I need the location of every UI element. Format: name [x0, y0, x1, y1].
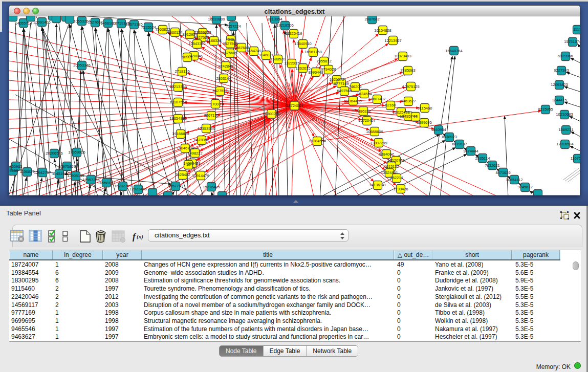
svg-text:12975125: 12975125	[402, 84, 419, 89]
svg-text:8660124: 8660124	[167, 30, 182, 35]
svg-text:8427552: 8427552	[212, 89, 227, 93]
svg-text:44: 44	[413, 114, 418, 119]
svg-text:1588520: 1588520	[270, 57, 285, 61]
svg-text:16033809: 16033809	[208, 17, 225, 21]
svg-text:8678352: 8678352	[194, 138, 209, 142]
svg-text:6899695: 6899695	[417, 120, 431, 125]
svg-text:20053346: 20053346	[73, 63, 90, 68]
svg-text:8471626: 8471626	[495, 170, 510, 175]
svg-text:19046788: 19046788	[177, 146, 193, 150]
svg-text:(x): (x)	[137, 233, 143, 240]
svg-text:17016504: 17016504	[556, 142, 573, 146]
svg-text:9227343: 9227343	[554, 68, 569, 73]
svg-text:10688609: 10688609	[366, 129, 383, 134]
svg-text:10107554: 10107554	[169, 100, 186, 104]
svg-text:39159: 39159	[8, 168, 18, 173]
svg-text:9115460: 9115460	[418, 106, 432, 111]
svg-text:10914479: 10914479	[192, 173, 209, 178]
svg-text:10973493: 10973493	[394, 54, 411, 58]
svg-text:16120746: 16120746	[387, 158, 404, 163]
svg-text:13640910: 13640910	[294, 41, 311, 46]
svg-text:12923446: 12923446	[129, 187, 146, 191]
svg-text:17957255: 17957255	[82, 178, 99, 182]
svg-text:16782759: 16782759	[114, 184, 131, 188]
svg-text:2935114: 2935114	[475, 156, 490, 161]
svg-text:15751074: 15751074	[564, 39, 581, 44]
svg-text:16961758: 16961758	[304, 50, 321, 54]
svg-text:12905135: 12905135	[67, 173, 84, 178]
svg-text:455961: 455961	[9, 164, 22, 169]
svg-text:9474444: 9474444	[463, 149, 478, 154]
svg-text:6497568: 6497568	[337, 89, 352, 93]
svg-text:19654912: 19654912	[169, 116, 186, 121]
svg-text:9463627: 9463627	[401, 99, 416, 103]
svg-text:62160: 62160	[385, 103, 396, 107]
svg-text:8267150: 8267150	[204, 113, 219, 118]
svg-text:7515524: 7515524	[141, 25, 156, 30]
svg-text:9794028: 9794028	[321, 67, 336, 72]
svg-text:20364436: 20364436	[344, 99, 361, 103]
svg-text:13807299: 13807299	[370, 141, 387, 145]
svg-text:14136141: 14136141	[369, 183, 386, 187]
svg-text:14055714: 14055714	[15, 21, 32, 26]
svg-text:16671385: 16671385	[125, 22, 142, 27]
svg-text:f: f	[133, 232, 137, 242]
svg-text:17003: 17003	[210, 102, 221, 106]
svg-text:7357224: 7357224	[226, 24, 241, 29]
svg-text:16648764: 16648764	[445, 49, 462, 53]
svg-text:1624554: 1624554	[357, 92, 372, 96]
svg-text:1167533: 1167533	[571, 156, 585, 161]
svg-text:19384554: 19384554	[309, 139, 325, 143]
svg-text:16154808: 16154808	[374, 28, 391, 33]
svg-text:1733426: 1733426	[393, 187, 408, 191]
svg-text:10958107: 10958107	[98, 181, 115, 185]
svg-text:7386322: 7386322	[356, 109, 371, 114]
svg-text:13524851: 13524851	[381, 170, 398, 175]
svg-text:23226053: 23226053	[194, 30, 211, 35]
svg-text:9245612: 9245612	[517, 185, 532, 189]
svg-text:9777169: 9777169	[334, 81, 349, 86]
svg-text:12942757: 12942757	[34, 170, 51, 175]
svg-text:18300295: 18300295	[263, 112, 279, 116]
svg-text:2718126: 2718126	[175, 69, 189, 74]
svg-text:19166825: 19166825	[172, 132, 189, 136]
svg-text:8813054: 8813054	[267, 17, 282, 21]
svg-text:1117: 1117	[573, 27, 581, 32]
svg-text:17359926: 17359926	[68, 150, 85, 155]
svg-text:8215955: 8215955	[538, 107, 553, 112]
svg-text:15716485: 15716485	[203, 185, 220, 189]
svg-text:9857791: 9857791	[168, 184, 183, 188]
svg-text:10543382: 10543382	[188, 41, 205, 46]
svg-text:1322037: 1322037	[284, 61, 299, 65]
svg-text:9242848: 9242848	[218, 64, 233, 69]
svg-text:1498222: 1498222	[187, 151, 202, 156]
svg-text:20091406: 20091406	[33, 20, 50, 25]
svg-text:7955812: 7955812	[316, 59, 331, 63]
svg-text:11325419: 11325419	[286, 31, 302, 36]
svg-text:10654112: 10654112	[506, 178, 523, 182]
svg-text:10607487: 10607487	[368, 97, 385, 101]
svg-text:7632621: 7632621	[485, 163, 499, 168]
svg-text:1569231: 1569231	[558, 127, 573, 132]
svg-text:98901: 98901	[182, 55, 193, 59]
svg-text:1615132: 1615132	[384, 164, 399, 169]
svg-text:12093823: 12093823	[551, 82, 568, 87]
svg-text:6879197: 6879197	[452, 142, 467, 146]
svg-text:252214: 252214	[390, 176, 403, 180]
svg-text:10210683: 10210683	[556, 112, 573, 117]
svg-text:15720407: 15720407	[358, 118, 375, 123]
svg-text:9884067: 9884067	[379, 152, 394, 157]
svg-text:9329966: 9329966	[558, 54, 573, 58]
svg-text:12353594: 12353594	[198, 126, 214, 131]
svg-text:1244415: 1244415	[552, 98, 567, 102]
svg-text:7625402: 7625402	[175, 172, 190, 177]
svg-text:12: 12	[186, 162, 190, 167]
svg-text:7485063: 7485063	[400, 68, 415, 73]
svg-text:12213967: 12213967	[384, 38, 401, 43]
svg-text:93975867: 93975867	[58, 164, 75, 169]
svg-text:12213369: 12213369	[169, 84, 186, 89]
svg-text:2803144: 2803144	[216, 76, 231, 81]
svg-text:18724007: 18724007	[286, 103, 303, 108]
svg-text:1145194: 1145194	[52, 171, 67, 176]
svg-text:5675685: 5675685	[222, 51, 237, 55]
